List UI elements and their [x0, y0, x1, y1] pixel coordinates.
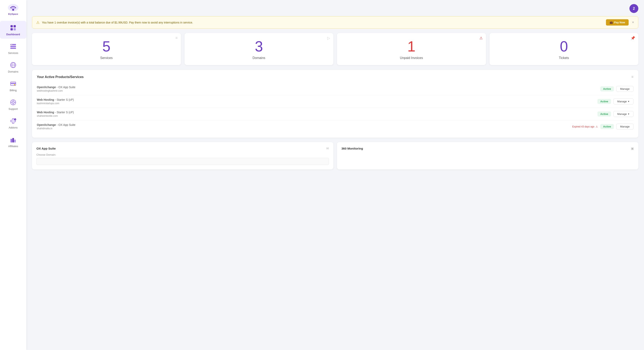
product-right: Expired 43 days ago ⚠ Active Manage [572, 124, 634, 129]
support-icon [9, 98, 17, 106]
sidebar-item-label: Services [8, 52, 18, 55]
choose-domain-input[interactable] [36, 158, 329, 165]
stats-grid: ≡ 5 Services ▷ 3 Domains ⚠ 1 Unpaid Invo… [32, 33, 638, 65]
products-section-title: Your Active Products/Services [37, 75, 84, 79]
sidebar-item-services[interactable]: Services [0, 40, 26, 57]
alert-left: ⚠ You have 1 overdue invoice(s) with a t… [36, 20, 193, 25]
svg-rect-13 [12, 62, 13, 63]
stat-card-domains[interactable]: ▷ 3 Domains [184, 33, 334, 65]
affiliates-icon [9, 136, 17, 144]
product-info: OpenXchange - OX App Suite webhostingkas… [37, 86, 600, 92]
product-row: OpenXchange - OX App Suite webhostingkas… [37, 83, 634, 95]
monitor-icon: ▣ [631, 146, 634, 150]
chevron-down-icon: ▼ [628, 113, 630, 115]
product-domain: webhostingkashmir.com [37, 89, 600, 92]
envelope-icon: ✉ [326, 146, 329, 150]
svg-point-1 [12, 9, 14, 11]
svg-rect-28 [14, 140, 16, 142]
manage-button[interactable]: Manage ▼ [614, 111, 634, 117]
wallet-icon: 💼 [610, 21, 613, 24]
card-icon-invoices: ⚠ [480, 36, 483, 40]
sidebar-item-label: Domains [8, 70, 18, 73]
warning-icon: ⚠ [596, 125, 598, 128]
sidebar-item-label: Addons [9, 126, 18, 129]
product-name-bold: OpenXchange [37, 123, 56, 126]
product-info: Web Hosting - Starter S (cP) shaheentext… [37, 111, 598, 117]
manage-button[interactable]: Manage ▼ [614, 98, 634, 104]
user-avatar-button[interactable]: 2 [630, 4, 638, 13]
product-name-bold: Web Hosting [37, 98, 54, 101]
svg-rect-15 [10, 83, 16, 84]
products-section-header: Your Active Products/Services ≡ [37, 75, 634, 79]
sidebar-item-addons[interactable]: + Addons [0, 114, 26, 132]
stat-card-services[interactable]: ≡ 5 Services [32, 33, 181, 65]
products-section-menu[interactable]: ≡ [631, 75, 634, 79]
pay-now-button[interactable]: 💼 Pay Now [606, 19, 628, 26]
topbar: 2 [32, 4, 638, 13]
status-badge: Active [600, 86, 614, 91]
product-row: Web Hosting - Starter S (cP) shaheentext… [37, 108, 634, 120]
svg-rect-26 [10, 139, 12, 142]
logo[interactable]: ElySpace [8, 3, 19, 15]
product-name-bold: Web Hosting [37, 111, 54, 114]
sidebar-item-affiliates[interactable]: Affiliates [0, 133, 26, 150]
sidebar-item-dashboard[interactable]: Dashboard [0, 21, 26, 39]
product-right: Active Manage [600, 86, 634, 92]
stat-card-tickets[interactable]: 📌 0 Tickets [490, 33, 638, 65]
product-domain: shaheentextile.com [37, 114, 598, 117]
sidebar-item-billing[interactable]: $ Billing [0, 77, 26, 95]
product-name: OpenXchange - OX App Suite [37, 123, 572, 126]
alert-message: You have 1 overdue invoice(s) with a tot… [42, 21, 193, 24]
card-icon-domains: ▷ [327, 36, 330, 40]
svg-text:$: $ [14, 84, 15, 85]
stat-number-tickets: 0 [494, 39, 634, 54]
card-icon-services: ≡ [176, 36, 178, 40]
chevron-down-icon: ▼ [628, 100, 630, 103]
svg-rect-9 [11, 44, 12, 45]
product-name: Web Hosting - Starter S (cP) [37, 111, 598, 114]
product-name: OpenXchange - OX App Suite [37, 86, 600, 89]
sidebar-item-domains[interactable]: Domains [0, 58, 26, 76]
svg-rect-8 [10, 48, 16, 49]
sidebar-item-support[interactable]: Support [0, 95, 26, 113]
products-section: Your Active Products/Services ≡ OpenXcha… [32, 70, 638, 138]
expired-notice: Expired 43 days ago ⚠ [572, 125, 598, 128]
stat-number-invoices: 1 [341, 39, 482, 54]
svg-rect-4 [10, 28, 13, 30]
stat-label-tickets: Tickets [494, 56, 634, 60]
logo-text: ElySpace [8, 13, 18, 15]
stat-label-invoices: Unpaid Invoices [341, 56, 482, 60]
product-domain: kashmirstartups.com [37, 102, 598, 105]
dashboard-icon [9, 24, 17, 32]
product-name: Web Hosting - Starter S (cP) [37, 98, 598, 101]
stat-number-domains: 3 [189, 39, 330, 54]
stat-number-services: 5 [36, 39, 177, 54]
product-name-bold: OpenXchange [37, 86, 56, 89]
product-info: Web Hosting - Starter S (cP) kashmirstar… [37, 98, 598, 105]
billing-icon: $ [9, 80, 17, 88]
manage-button[interactable]: Manage [616, 86, 634, 92]
bottom-card-header: OX App Suite ✉ [36, 146, 329, 150]
svg-text:+: + [15, 119, 16, 120]
services-icon [9, 42, 17, 51]
product-info: OpenXchange - OX App Suite shahidmalla.i… [37, 123, 572, 130]
alert-banner: ⚠ You have 1 overdue invoice(s) with a t… [32, 16, 638, 29]
stat-card-invoices[interactable]: ⚠ 1 Unpaid Invoices [337, 33, 486, 65]
svg-rect-2 [10, 25, 13, 27]
product-plan: - OX App Suite [57, 123, 76, 126]
svg-rect-7 [10, 46, 16, 47]
sidebar: ElySpace Dashboard Services Domains $ Bi… [0, 0, 26, 350]
product-plan: - Starter S (cP) [55, 98, 74, 101]
svg-rect-3 [14, 25, 16, 27]
close-alert-button[interactable]: × [632, 20, 634, 25]
manage-button[interactable]: Manage [616, 124, 634, 129]
bottom-card-ox: OX App Suite ✉ Choose Domain: [32, 142, 333, 169]
svg-rect-5 [14, 28, 16, 30]
bottom-card-monitoring: 360 Monitoring ▣ [337, 142, 638, 169]
stat-label-domains: Domains [189, 56, 330, 60]
sidebar-item-label: Affiliates [8, 145, 18, 148]
bottom-card-header: 360 Monitoring ▣ [342, 146, 634, 150]
domains-icon [9, 61, 17, 69]
bottom-grid: OX App Suite ✉ Choose Domain: 360 Monito… [32, 142, 638, 169]
product-domain: shahidmalla.in [37, 127, 572, 130]
